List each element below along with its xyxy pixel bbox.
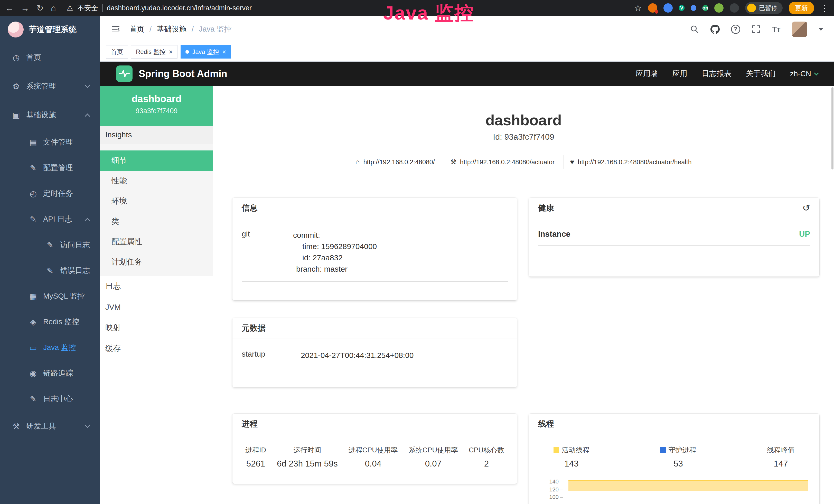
sidebar-fold-icon[interactable] (111, 25, 120, 34)
sidebar-item-label: 链路追踪 (43, 368, 73, 379)
gear-icon (10, 82, 22, 91)
info-key: git (242, 230, 293, 275)
sidebar-item-access-logs[interactable]: 访问日志 (0, 232, 100, 258)
sidebar-item-trace[interactable]: 链路追踪 (0, 361, 100, 386)
extension-icon-4[interactable] (691, 5, 696, 11)
browser-profile-chip[interactable]: 已暂停 (745, 2, 783, 14)
sba-nav-wallboard[interactable]: 应用墙 (636, 69, 658, 79)
instance-link-actuator[interactable]: http://192.168.0.2:48080/actuator (444, 155, 561, 169)
reload-icon[interactable] (37, 4, 44, 12)
instance-link-base[interactable]: http://192.168.0.2:48080/ (349, 155, 441, 169)
fullscreen-icon[interactable] (751, 25, 761, 34)
sidebar-item-home[interactable]: 首页 (0, 43, 100, 72)
sba-brand[interactable]: Spring Boot Admin (139, 68, 227, 79)
sba-nav-about[interactable]: 关于我们 (746, 69, 776, 79)
browser-home-icon[interactable] (51, 4, 56, 12)
sidebar-item-redis-monitor[interactable]: Redis 监控 (0, 309, 100, 335)
tab-home[interactable]: 首页 (106, 45, 128, 59)
refresh-history-icon[interactable] (803, 203, 810, 213)
process-pid: 进程ID 5261 (245, 445, 266, 468)
metadata-card-title: 元数据 (242, 323, 266, 334)
sba-menu-jvm[interactable]: JVM (100, 297, 213, 317)
app-sidebar: 芋道管理系统 首页 系统管理 基础设施 文件管理 配置管理 定时任务 (0, 16, 100, 504)
sidebar-item-scheduled-tasks[interactable]: 定时任务 (0, 181, 100, 206)
security-warning-icon[interactable] (67, 4, 73, 12)
process-card: 进程 进程ID 5261 运行时间 6d 23h 15m 59s (233, 414, 517, 484)
sidebar-item-error-logs[interactable]: 错误日志 (0, 258, 100, 283)
browser-update-button[interactable]: 更新 (789, 2, 814, 15)
sba-menu-logs[interactable]: 日志 (100, 276, 213, 297)
sidebar-item-label: 研发工具 (26, 421, 56, 431)
sidebar-item-dev-tools[interactable]: 研发工具 (0, 412, 100, 441)
back-icon[interactable] (5, 4, 14, 12)
chevron-down-icon (85, 83, 90, 88)
extension-icon-6[interactable] (714, 3, 724, 13)
sidebar-item-config-management[interactable]: 配置管理 (0, 155, 100, 181)
sba-menu-environment[interactable]: 环境 (100, 191, 213, 211)
sidebar-menu: 首页 系统管理 基础设施 文件管理 配置管理 定时任务 API 日志 (0, 43, 100, 441)
status-badge: UP (799, 230, 810, 239)
cards-left-column: 信息 git commit: time: 1596289704000 id: 2… (233, 198, 517, 484)
sba-menu-scheduled-tasks[interactable]: 计划任务 (100, 252, 213, 272)
close-icon[interactable] (222, 48, 226, 55)
breadcrumb-infrastructure[interactable]: 基础设施 (157, 24, 186, 35)
sba-menu-config-props[interactable]: 配置属性 (100, 232, 213, 252)
sidebar-item-label: 配置管理 (43, 163, 73, 173)
link-label: http://192.168.0.2:48080/actuator (460, 158, 554, 166)
extension-icon-1[interactable] (648, 3, 657, 13)
tab-label: Java 监控 (192, 48, 219, 56)
breadcrumb-home[interactable]: 首页 (129, 24, 144, 35)
health-instance-row[interactable]: Instance UP (538, 230, 810, 246)
sba-logo-icon[interactable] (116, 66, 133, 82)
search-icon[interactable] (690, 25, 699, 34)
tab-java-monitor[interactable]: Java 监控 (180, 45, 231, 59)
live-threads-area (568, 480, 808, 491)
sba-nav-journal[interactable]: 日志报表 (702, 69, 731, 79)
scrollbar-thumb[interactable] (831, 87, 833, 169)
browser-menu-icon[interactable] (820, 3, 829, 13)
sidebar-item-mysql-monitor[interactable]: MySQL 监控 (0, 283, 100, 309)
instance-link-health[interactable]: http://192.168.0.2:48080/actuator/health (564, 155, 698, 169)
sba-language-select[interactable]: zh-CN (790, 70, 818, 78)
legend-daemon-threads: 守护进程 53 (660, 445, 696, 468)
app-logo[interactable]: 芋道管理系统 (0, 16, 100, 43)
bookmark-star-icon[interactable] (634, 3, 642, 13)
clock-icon (27, 189, 39, 199)
sidebar-item-java-monitor[interactable]: Java 监控 (0, 335, 100, 361)
sidebar-item-infrastructure[interactable]: 基础设施 (0, 101, 100, 130)
sba-instance-header[interactable]: dashboard 93a3fc7f7409 (100, 86, 213, 126)
forward-icon[interactable] (21, 4, 29, 12)
tab-redis-monitor[interactable]: Redis 监控 (131, 45, 177, 59)
sidebar-item-api-logs[interactable]: API 日志 (0, 206, 100, 232)
extension-icon-7[interactable] (730, 3, 739, 13)
sba-menu-mappings[interactable]: 映射 (100, 317, 213, 338)
info-card-title: 信息 (242, 203, 258, 213)
sidebar-item-log-center[interactable]: 日志中心 (0, 386, 100, 412)
legend-peak-threads: 线程峰值 147 (767, 445, 795, 468)
extension-icon-3[interactable]: V (679, 5, 684, 11)
threads-legend: 活动线程 143 守护进程 53 (538, 445, 810, 468)
help-icon[interactable] (731, 25, 740, 34)
sba-menu-metrics[interactable]: 性能 (100, 171, 213, 191)
address-bar[interactable]: 不安全 dashboard.yudao.iocoder.cn/infra/adm… (67, 3, 252, 13)
extension-icon-2[interactable] (663, 3, 673, 13)
close-icon[interactable] (169, 48, 173, 55)
sidebar-item-system-management[interactable]: 系统管理 (0, 72, 100, 101)
extension-icon-5[interactable]: on (702, 5, 708, 11)
user-avatar[interactable] (792, 22, 807, 37)
sba-menu-classes[interactable]: 类 (100, 211, 213, 232)
url-text[interactable]: dashboard.yudao.iocoder.cn/infra/admin-s… (107, 4, 252, 12)
y-axis-tick: 100 (538, 494, 563, 500)
avatar-caret-icon[interactable] (818, 28, 823, 31)
edit-icon (27, 163, 39, 173)
github-icon[interactable] (710, 25, 720, 34)
database-icon (27, 292, 39, 301)
git-branch-line: branch: master (293, 264, 377, 275)
sidebar-item-file-management[interactable]: 文件管理 (0, 130, 100, 155)
sba-content: dashboard Id: 93a3fc7f7409 http://192.16… (213, 86, 834, 504)
sba-menu-details[interactable]: 细节 (100, 151, 213, 171)
sba-nav-applications[interactable]: 应用 (673, 69, 687, 79)
system-cpu-usage: 系统CPU使用率 0.07 (409, 445, 458, 468)
sba-menu-caches[interactable]: 缓存 (100, 338, 213, 359)
font-size-icon[interactable] (772, 25, 781, 33)
